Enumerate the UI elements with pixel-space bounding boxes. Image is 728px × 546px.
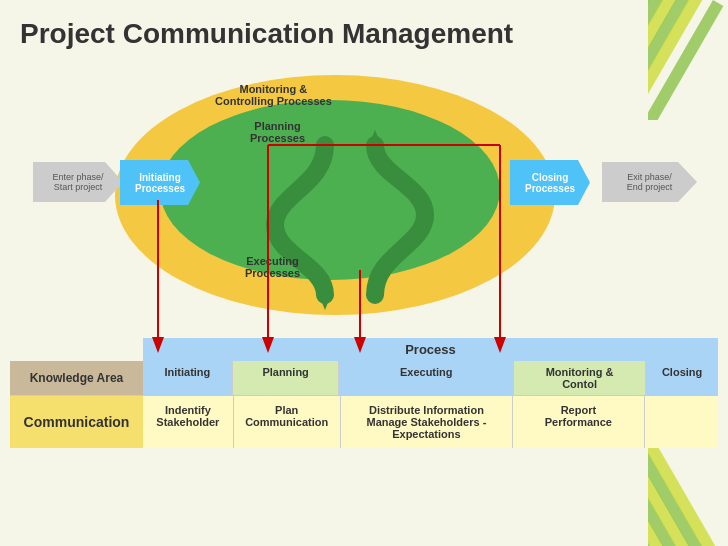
col-header-executing: Executing <box>339 361 514 395</box>
executing-label: Executing Processes <box>245 255 300 279</box>
cell-knowledge-area: Communication <box>10 396 143 448</box>
exit-phase-arrow: Exit phase/ End project <box>602 162 697 202</box>
cell-executing: Distribute Information Manage Stakeholde… <box>341 396 513 448</box>
cell-initiating: Indentify Stakeholder <box>143 396 234 448</box>
col-header-monitoring: Monitoring & Contol <box>514 361 646 395</box>
cell-closing <box>645 396 718 448</box>
process-header: Process <box>143 338 718 361</box>
enter-phase-arrow: Enter phase/ Start project <box>33 162 123 202</box>
col-header-closing: Closing <box>646 361 718 395</box>
diagram-area: Monitoring & Controlling Processes Plann… <box>15 65 715 335</box>
process-table: Process Knowledge Area Initiating Planni… <box>10 338 718 448</box>
planning-label: Planning Processes <box>250 120 305 144</box>
table-row: Communication Indentify Stakeholder Plan… <box>10 395 718 448</box>
col-header-initiating: Initiating <box>143 361 233 395</box>
inner-oval <box>160 100 500 280</box>
initiating-processes-box: Initiating Processes <box>120 160 200 205</box>
monitoring-label: Monitoring & Controlling Processes <box>215 83 332 107</box>
cell-planning: Plan Communication <box>234 396 341 448</box>
closing-processes-box: Closing Processes <box>510 160 590 205</box>
column-headers-row: Knowledge Area Initiating Planning Execu… <box>10 361 718 395</box>
slide: Project Communication Management Monitor… <box>0 0 728 546</box>
col-header-planning: Planning <box>233 361 340 395</box>
cell-monitoring: Report Performance <box>513 396 645 448</box>
col-knowledge-area: Knowledge Area <box>10 361 143 395</box>
page-title: Project Communication Management <box>20 18 513 50</box>
